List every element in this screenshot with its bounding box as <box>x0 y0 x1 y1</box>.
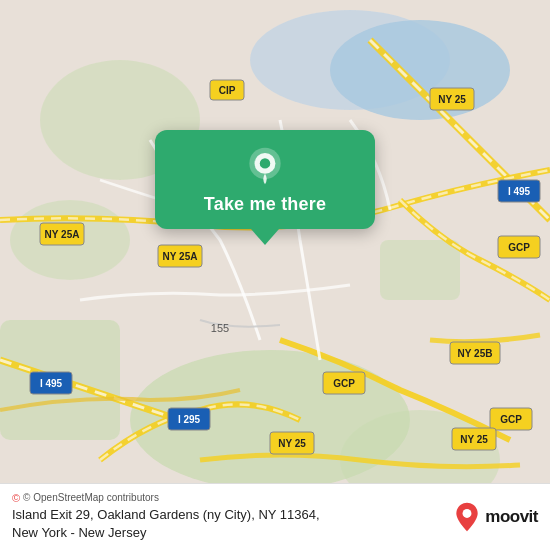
svg-text:I 295: I 295 <box>178 414 201 425</box>
svg-text:NY 25: NY 25 <box>460 434 488 445</box>
address-text: Island Exit 29, Oakland Gardens (ny City… <box>12 506 443 542</box>
svg-text:155: 155 <box>211 322 229 334</box>
callout-label: Take me there <box>204 194 326 215</box>
svg-text:NY 25: NY 25 <box>278 438 306 449</box>
address-line2: New York - New Jersey <box>12 525 146 540</box>
svg-text:CIP: CIP <box>219 85 236 96</box>
svg-rect-3 <box>380 240 460 300</box>
moovit-pin-icon <box>453 501 481 533</box>
svg-point-45 <box>463 509 472 518</box>
svg-text:GCP: GCP <box>508 242 530 253</box>
svg-point-8 <box>330 20 510 120</box>
copyright-icon: © <box>12 492 20 504</box>
map-container: NY 25A NY 25A NY 25A CIP NY 25 I 495 GCP… <box>0 0 550 550</box>
address-line1: Island Exit 29, Oakland Gardens (ny City… <box>12 507 320 522</box>
svg-text:NY 25A: NY 25A <box>163 251 198 262</box>
svg-point-44 <box>260 158 270 168</box>
svg-text:GCP: GCP <box>333 378 355 389</box>
take-me-there-callout[interactable]: Take me there <box>155 130 375 229</box>
svg-text:NY 25B: NY 25B <box>458 348 493 359</box>
svg-text:NY 25: NY 25 <box>438 94 466 105</box>
svg-text:I 495: I 495 <box>40 378 63 389</box>
moovit-text: moovit <box>485 507 538 527</box>
map-background: NY 25A NY 25A NY 25A CIP NY 25 I 495 GCP… <box>0 0 550 550</box>
bottom-info: © © OpenStreetMap contributors Island Ex… <box>12 492 443 542</box>
bottom-bar: © © OpenStreetMap contributors Island Ex… <box>0 483 550 550</box>
map-pin-icon <box>245 146 285 186</box>
svg-text:I 495: I 495 <box>508 186 531 197</box>
moovit-logo: moovit <box>453 501 538 533</box>
copyright-text: © OpenStreetMap contributors <box>23 492 159 503</box>
svg-text:NY 25A: NY 25A <box>45 229 80 240</box>
svg-text:GCP: GCP <box>500 414 522 425</box>
copyright-row: © © OpenStreetMap contributors <box>12 492 443 504</box>
